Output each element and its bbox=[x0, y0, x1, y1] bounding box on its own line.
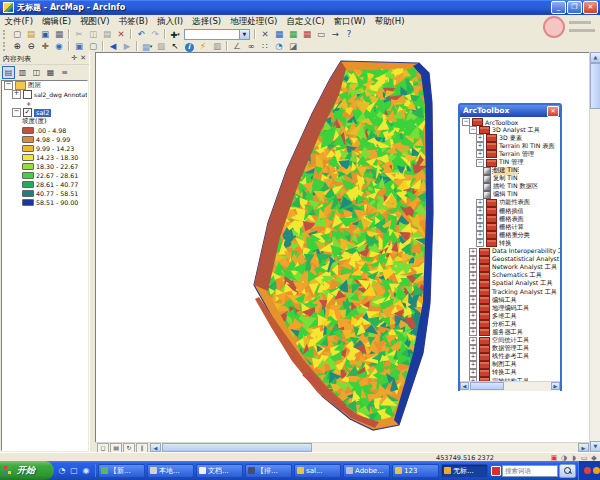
expander-icon[interactable]: − bbox=[476, 159, 484, 167]
start-button[interactable]: 开始 bbox=[0, 461, 54, 480]
search-input[interactable]: 搜索词语 bbox=[502, 465, 558, 477]
toolbox-item[interactable]: +栅格表面 bbox=[460, 215, 560, 223]
tray-icon-1[interactable] bbox=[593, 467, 600, 474]
expander-icon[interactable]: + bbox=[469, 369, 477, 377]
menu-item-9[interactable]: 帮助(H) bbox=[370, 15, 409, 28]
toolbox-item[interactable]: +制图工具 bbox=[460, 361, 560, 369]
toolbox-item[interactable]: +地理编码工具 bbox=[460, 304, 560, 312]
map-scale-combo[interactable]: ▼ bbox=[184, 29, 250, 40]
expander-icon[interactable]: + bbox=[469, 320, 477, 328]
toolbox-item-label[interactable]: 栅格表面 bbox=[499, 215, 524, 223]
menu-item-3[interactable]: 书签(B) bbox=[114, 15, 152, 28]
scroll-right-icon[interactable]: ▶ bbox=[551, 382, 560, 390]
expander-icon[interactable]: + bbox=[469, 296, 477, 304]
fixed-zoom-in-button[interactable]: ▣ bbox=[72, 41, 86, 52]
expander-icon[interactable]: + bbox=[469, 280, 477, 288]
paste-button[interactable]: ▤ bbox=[100, 29, 114, 40]
toolbox-item[interactable]: +Data Interoperability 工具 bbox=[460, 248, 560, 256]
expander-icon[interactable]: + bbox=[476, 239, 484, 247]
toolbox-item[interactable]: +栅格计算 bbox=[460, 223, 560, 231]
quicklaunch-browser-icon[interactable]: ◔ bbox=[57, 466, 67, 476]
merge-branch-icon[interactable]: ✕ bbox=[258, 29, 272, 40]
print-button[interactable]: ▦ bbox=[52, 29, 66, 40]
expander-icon[interactable]: + bbox=[469, 337, 477, 345]
back-extent-button[interactable]: ◀ bbox=[106, 41, 120, 52]
menu-item-0[interactable]: 文件(F) bbox=[0, 15, 38, 28]
toolbar-grip[interactable] bbox=[3, 42, 8, 51]
menu-item-2[interactable]: 视图(V) bbox=[76, 15, 114, 28]
copy-button[interactable]: ◫ bbox=[86, 29, 100, 40]
toolbox-item-label[interactable]: Terrain 管理 bbox=[499, 150, 534, 158]
open-button[interactable]: ▤ bbox=[24, 29, 38, 40]
expander-icon[interactable]: − bbox=[4, 81, 13, 90]
tin-layer-row[interactable]: − ✓ sal2 bbox=[2, 108, 87, 117]
scroll-right-icon[interactable]: ▶ bbox=[578, 443, 589, 452]
select-features-button[interactable]: ▦▾ bbox=[140, 41, 154, 52]
horizontal-scroll-thumb[interactable] bbox=[162, 443, 312, 452]
arctoolbox-horizontal-scrollbar[interactable]: ◀ ▶ bbox=[460, 381, 560, 391]
fixed-zoom-out-button[interactable]: ▢ bbox=[86, 41, 100, 52]
expander-icon[interactable]: + bbox=[469, 312, 477, 320]
menu-item-1[interactable]: 编辑(E) bbox=[38, 15, 76, 28]
taskbar-button-2[interactable]: 文档... bbox=[196, 464, 243, 478]
taskbar-button-0[interactable]: 【新... bbox=[98, 464, 145, 478]
toolbox-item-label[interactable]: TIN 管理 bbox=[499, 158, 524, 166]
help-button[interactable]: ? bbox=[342, 29, 356, 40]
toolbox-item[interactable]: +空间统计工具 bbox=[460, 337, 560, 345]
toolbox-item-label[interactable]: 空间统计工具 bbox=[492, 337, 529, 345]
toolbox-item[interactable]: +转换 bbox=[460, 239, 560, 247]
expander-icon[interactable]: + bbox=[476, 215, 484, 223]
forward-extent-button[interactable]: ▶ bbox=[120, 41, 134, 52]
toolbox-item[interactable]: +栅格重分类 bbox=[460, 231, 560, 239]
html-popup-button[interactable]: ▥ bbox=[210, 41, 224, 52]
hyperlink-button[interactable]: ⚡ bbox=[196, 41, 210, 52]
pan-button[interactable]: ✚ bbox=[38, 41, 52, 52]
expander-icon[interactable]: + bbox=[476, 199, 484, 207]
arctoolbox-title-bar[interactable]: ArcToolbox ✕ bbox=[460, 105, 560, 117]
full-extent-button[interactable]: ◉ bbox=[52, 41, 66, 52]
toolbox-item-label[interactable]: 多维工具 bbox=[492, 312, 517, 320]
save-button[interactable]: ▣ bbox=[38, 29, 52, 40]
toolbox-item[interactable]: 描绘 TIN 数据区 bbox=[460, 183, 560, 191]
select-elements-button[interactable]: ↖ bbox=[168, 41, 182, 52]
find-button[interactable]: ∞ bbox=[244, 41, 258, 52]
toolbox-item-label[interactable]: 转换 bbox=[499, 239, 511, 247]
toc-close-icon[interactable]: ✕ bbox=[80, 54, 86, 62]
taskbar-button-6[interactable]: 123 bbox=[392, 464, 439, 478]
menu-item-4[interactable]: 插入(I) bbox=[152, 15, 187, 28]
toolbox-item[interactable]: +Geostatistical Analyst 工具 bbox=[460, 256, 560, 264]
toolbox-item[interactable]: +栅格插值 bbox=[460, 207, 560, 215]
expander-icon[interactable]: + bbox=[469, 304, 477, 312]
toolbox-item-label[interactable]: 线性参考工具 bbox=[492, 353, 529, 361]
expander-icon[interactable]: + bbox=[476, 207, 484, 215]
toolbox-item[interactable]: +Terrain 和 TIN 表面 bbox=[460, 142, 560, 150]
scroll-down-icon[interactable]: ▼ bbox=[590, 441, 600, 452]
expander-icon[interactable]: + bbox=[476, 231, 484, 239]
expander-icon[interactable]: + bbox=[469, 345, 477, 353]
scroll-up-icon[interactable]: ▲ bbox=[590, 52, 600, 63]
toolbox-item[interactable]: +编辑工具 bbox=[460, 296, 560, 304]
pin-icon[interactable]: ✛ bbox=[71, 54, 77, 62]
undo-button[interactable]: ↶ bbox=[134, 29, 148, 40]
list-by-drawing-order-button[interactable]: ▤ bbox=[2, 66, 15, 79]
expander-icon[interactable]: + bbox=[469, 361, 477, 369]
zoom-in-button[interactable]: ⊕ bbox=[10, 41, 24, 52]
taskbar-button-7[interactable]: 无标... bbox=[441, 464, 488, 478]
toolbox-item[interactable]: +3D 要素 bbox=[460, 134, 560, 142]
menu-item-5[interactable]: 选择(S) bbox=[188, 15, 226, 28]
go-to-xy-button[interactable]: ∷ bbox=[258, 41, 272, 52]
toolbox-item-label[interactable]: 栅格插值 bbox=[499, 207, 524, 215]
cut-button[interactable]: ✂ bbox=[72, 29, 86, 40]
toolbox-item[interactable]: +Spatial Analyst 工具 bbox=[460, 280, 560, 288]
expander-icon[interactable]: + bbox=[12, 90, 21, 99]
layers-root-label[interactable]: 图层 bbox=[28, 81, 41, 90]
quicklaunch-desktop-icon[interactable]: ▢ bbox=[69, 466, 79, 476]
menu-item-8[interactable]: 窗口(W) bbox=[329, 15, 370, 28]
arctoolbox-close-button[interactable]: ✕ bbox=[547, 106, 559, 117]
toolbox-item[interactable]: +多维工具 bbox=[460, 312, 560, 320]
minimize-button[interactable]: _ bbox=[551, 1, 566, 14]
tray-icon-0[interactable] bbox=[584, 467, 591, 474]
menu-item-6[interactable]: 地理处理(G) bbox=[226, 15, 282, 28]
map-vertical-scrollbar[interactable]: ▲ ▼ bbox=[589, 52, 600, 452]
taskbar-button-4[interactable]: sal... bbox=[294, 464, 341, 478]
